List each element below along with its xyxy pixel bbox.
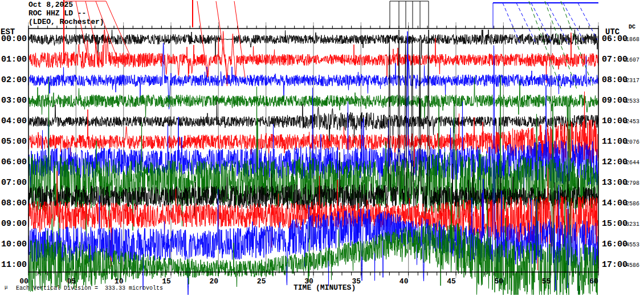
minute-tick-label: 50 [489,277,508,286]
seismogram-plot [0,0,644,296]
title-network: (LDEO, Rochester) [28,18,104,26]
est-hour-label: 09:00 [0,219,27,229]
est-hour-label: 06:00 [0,157,27,167]
x-axis-title: TIME (MINUTES) [294,283,356,292]
dc-value: -2317 [622,78,644,84]
est-hour-label: 11:00 [0,260,27,270]
overflow-line-red [96,1,118,60]
est-hour-label: 08:00 [0,198,27,208]
micro-symbol: μ [5,285,7,290]
est-hour-label: 02:00 [0,75,27,85]
dc-value: -4553 [622,242,644,248]
minute-tick-label: 25 [252,277,271,286]
title-station: ROC HHZ LD -- [28,9,86,18]
dc-value: -2586 [622,201,644,207]
overflow-line-red [85,1,99,60]
dc-value: -3231 [622,221,644,228]
minute-tick-label: 15 [157,277,176,286]
minute-tick-label: 40 [394,277,414,286]
dc-value: -1607 [622,57,644,63]
est-hour-label: 05:00 [0,137,27,147]
dc-value: -1868 [622,37,644,43]
overflow-line-green [545,1,577,89]
minute-tick-label: 45 [442,277,461,286]
overflow-line-green [561,1,593,86]
est-hour-label: 00:00 [0,34,27,44]
dc-value: -2453 [622,119,644,125]
minute-tick-label: 05 [62,277,81,286]
minute-tick-label: 00 [14,277,34,286]
est-hour-label: 04:00 [0,116,27,126]
title-date: Oct 8,2025 [28,1,73,9]
minute-tick-label: 10 [109,277,129,286]
dc-value: -2798 [622,180,644,186]
dc-value: -2644 [622,160,644,166]
dc-value: -2076 [622,139,644,145]
dc-value: -2533 [622,98,644,104]
overflow-line-red [106,1,132,60]
est-hour-label: 01:00 [0,55,27,64]
est-hour-label: 07:00 [0,178,27,188]
minute-tick-label: 20 [204,277,223,286]
minute-tick-label: 55 [537,277,556,286]
helicorder-page: Oct 8,2025 ROC HHZ LD -- (LDEO, Rocheste… [0,0,644,296]
minute-tick-label: 60 [584,277,604,286]
scale-caption: Each Vertical Division = 333.33 microvol… [16,285,163,291]
dc-header: DC [629,24,635,30]
est-hour-label: 10:00 [0,240,27,249]
est-hour-label: 03:00 [0,96,27,106]
overflow-line-blue [578,3,597,40]
dc-value: -4586 [622,262,644,269]
